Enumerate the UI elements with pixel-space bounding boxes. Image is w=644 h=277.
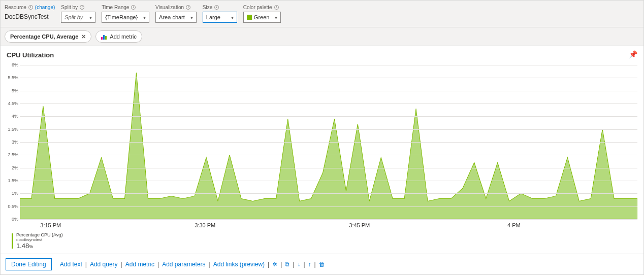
y-axis: 6%5.5%5%4.5%4%3.5%3%2.5%2%1.5%1%0.5%0% <box>7 65 20 219</box>
add-metric-button[interactable]: Add metric <box>95 30 142 43</box>
chart-title: CPU Utilization <box>7 51 637 59</box>
gridline <box>20 193 637 194</box>
gridline <box>20 103 637 104</box>
legend-value: 1.48% <box>16 242 62 250</box>
add-metric-label: Add metric <box>110 33 137 40</box>
chart-legend: Percentage CPU (Avg) docdbsynctest 1.48% <box>12 232 637 250</box>
move-down-icon[interactable]: ↓ <box>297 261 300 268</box>
palette-label: Color palette <box>243 5 272 10</box>
gridline <box>20 91 637 91</box>
info-icon[interactable]: i <box>80 5 84 10</box>
done-editing-button[interactable]: Done Editing <box>6 258 52 270</box>
x-tick: 4 PM <box>507 222 521 228</box>
delete-icon[interactable]: 🗑 <box>319 261 325 268</box>
legend-resource: docdbsynctest <box>16 237 62 242</box>
metric-pill[interactable]: Percentage CPU, Average ✕ <box>5 30 91 43</box>
remove-metric-icon[interactable]: ✕ <box>81 33 86 40</box>
splitby-group: Split by i Split by <box>61 4 95 23</box>
gridline <box>20 155 637 155</box>
resource-group: Resource i (change) DocDBSyncTest <box>5 4 55 20</box>
info-icon[interactable]: i <box>214 5 219 10</box>
move-up-icon[interactable]: ↑ <box>308 261 311 268</box>
info-icon[interactable]: i <box>28 5 33 10</box>
gridline <box>20 65 637 65</box>
gridline <box>20 181 637 181</box>
chart-area: 📌 CPU Utilization 6%5.5%5%4.5%4%3.5%3%2.… <box>1 46 643 254</box>
pin-icon[interactable]: 📌 <box>629 50 637 58</box>
gridline <box>20 129 637 130</box>
info-icon[interactable]: i <box>131 5 136 10</box>
size-group: Size i Large <box>203 4 237 23</box>
gridline <box>20 142 637 143</box>
size-select[interactable]: Large <box>203 12 237 23</box>
info-icon[interactable]: i <box>274 5 279 10</box>
add-query-link[interactable]: Add query <box>90 261 118 268</box>
gridline <box>20 206 637 207</box>
footer-toolbar: Done Editing Add text | Add query | Add … <box>1 254 643 274</box>
add-text-link[interactable]: Add text <box>60 261 82 268</box>
bar-chart-icon <box>101 34 107 40</box>
x-tick: 3:45 PM <box>349 222 370 228</box>
add-metric-link[interactable]: Add metric <box>125 261 154 268</box>
settings-icon[interactable]: ✲ <box>272 261 277 268</box>
splitby-label: Split by <box>61 5 78 10</box>
info-icon[interactable]: i <box>186 5 190 10</box>
visualization-select[interactable]: Area chart <box>155 12 197 23</box>
gridline <box>20 168 637 168</box>
toolbar: Resource i (change) DocDBSyncTest Split … <box>1 1 643 27</box>
color-swatch-icon <box>247 15 252 20</box>
plot-body <box>20 65 637 219</box>
legend-color-bar <box>12 233 13 249</box>
copy-icon[interactable]: ⧉ <box>285 261 289 268</box>
metric-pill-label: Percentage CPU, Average <box>10 33 78 40</box>
splitby-select[interactable]: Split by <box>61 12 95 23</box>
timerange-group: Time Range i {TimeRange} <box>102 4 149 23</box>
timerange-select[interactable]: {TimeRange} <box>102 12 149 23</box>
resource-label: Resource <box>5 5 26 10</box>
change-resource-link[interactable]: (change) <box>35 5 55 10</box>
size-label: Size <box>203 5 212 10</box>
x-axis: 3:15 PM3:30 PM3:45 PM4 PM <box>20 222 637 228</box>
gridline <box>20 116 637 117</box>
metric-pill-row: Percentage CPU, Average ✕ Add metric <box>1 27 643 46</box>
resource-value: DocDBSyncTest <box>5 12 55 20</box>
chart-plot[interactable]: 6%5.5%5%4.5%4%3.5%3%2.5%2%1.5%1%0.5%0% <box>7 65 637 222</box>
gridline <box>20 219 637 220</box>
x-tick: 3:15 PM <box>40 222 61 228</box>
x-tick: 3:30 PM <box>195 222 215 228</box>
legend-name: Percentage CPU (Avg) <box>16 232 62 237</box>
palette-group: Color palette i Green <box>243 4 281 23</box>
gridline <box>20 78 637 78</box>
palette-select[interactable]: Green <box>243 12 281 23</box>
visualization-label: Visualization <box>155 5 184 10</box>
add-parameters-link[interactable]: Add parameters <box>162 261 205 268</box>
add-links-link[interactable]: Add links (preview) <box>213 261 265 268</box>
visualization-group: Visualization i Area chart <box>155 4 197 23</box>
timerange-label: Time Range <box>102 5 129 10</box>
